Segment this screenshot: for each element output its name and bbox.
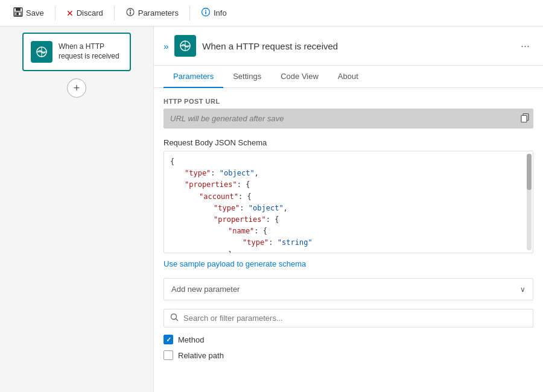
copy-url-button[interactable]	[520, 113, 530, 124]
schema-label: Request Body JSON Schema	[164, 138, 533, 147]
tab-parameters[interactable]: Parameters	[164, 66, 223, 88]
chevron-down-icon: ∨	[520, 285, 526, 294]
json-line: "type": "object",	[170, 168, 527, 179]
svg-rect-17	[521, 115, 527, 122]
action-icon-wrap	[174, 35, 196, 57]
scrollbar-thumb	[527, 154, 532, 190]
separator	[55, 6, 56, 21]
svg-point-8	[205, 10, 206, 11]
save-button[interactable]: Save	[7, 5, 50, 21]
search-filter	[164, 309, 533, 327]
json-line: "account": {	[170, 191, 527, 203]
action-title: When a HTTP request is received	[202, 41, 511, 51]
parameters-label: Parameters	[138, 8, 179, 17]
relative-path-label: Relative path	[178, 351, 224, 360]
more-icon: ···	[521, 40, 530, 52]
svg-point-5	[130, 10, 131, 11]
json-editor[interactable]: { "type": "object", "properties": { "acc…	[164, 151, 533, 253]
search-input[interactable]	[183, 314, 527, 323]
sample-payload-link[interactable]: Use sample payload to generate schema	[164, 259, 533, 268]
tab-about[interactable]: About	[328, 66, 368, 88]
save-icon	[13, 7, 23, 19]
discard-button[interactable]: ✕ Discard	[60, 6, 109, 21]
node-icon-wrap	[31, 41, 52, 63]
method-checkbox-row: Method	[164, 335, 533, 344]
json-line: {	[170, 156, 527, 168]
svg-rect-1	[16, 8, 21, 11]
copy-icon	[520, 114, 530, 124]
content-area: HTTP POST URL URL will be generated afte…	[154, 88, 543, 376]
info-label: Info	[214, 8, 227, 17]
svg-point-18	[171, 314, 177, 320]
relative-path-checkbox-row: Relative path	[164, 350, 533, 360]
json-line: "properties": {	[170, 214, 527, 226]
node-label: When a HTTP request is received	[59, 42, 122, 61]
expand-icon: »	[164, 41, 168, 51]
more-options-button[interactable]: ···	[517, 39, 533, 54]
add-parameter-dropdown[interactable]: Add new parameter ∨	[164, 278, 533, 300]
parameters-icon	[125, 7, 135, 19]
tab-code-view[interactable]: Code View	[271, 66, 328, 88]
svg-line-19	[176, 319, 179, 321]
tab-settings[interactable]: Settings	[223, 66, 271, 88]
svg-rect-9	[205, 11, 206, 14]
http-request-node[interactable]: When a HTTP request is received	[22, 33, 131, 71]
json-scrollbar[interactable]	[527, 154, 532, 250]
json-line: "properties": {	[170, 179, 527, 191]
left-panel: When a HTTP request is received +	[0, 27, 154, 392]
relative-path-checkbox[interactable]	[164, 350, 173, 360]
json-line: "type": "object",	[170, 203, 527, 214]
main-layout: When a HTTP request is received + » When…	[0, 27, 543, 392]
discard-label: Discard	[77, 8, 103, 17]
url-field-wrap: URL will be generated after save	[164, 109, 533, 128]
http-post-url-label: HTTP POST URL	[164, 98, 533, 105]
method-checkbox[interactable]	[164, 335, 173, 344]
parameters-button[interactable]: Parameters	[119, 5, 185, 21]
expand-button[interactable]: »	[164, 41, 168, 51]
add-step-button[interactable]: +	[67, 78, 86, 98]
json-line: "name": {	[170, 226, 527, 237]
action-header: » When a HTTP request is received ···	[154, 27, 543, 66]
save-label: Save	[26, 8, 44, 17]
separator2	[114, 6, 115, 21]
method-label: Method	[178, 335, 204, 344]
info-icon	[201, 7, 211, 19]
url-field: URL will be generated after save	[164, 109, 533, 128]
add-parameter-label: Add new parameter	[171, 285, 240, 294]
tabs-bar: Parameters Settings Code View About	[154, 66, 543, 88]
separator3	[189, 6, 190, 21]
discard-icon: ✕	[66, 8, 74, 18]
search-icon	[170, 313, 179, 323]
svg-rect-6	[130, 11, 131, 14]
json-line: },	[170, 249, 527, 254]
add-icon: +	[74, 82, 80, 95]
json-line: "type": "string"	[170, 237, 527, 248]
right-panel: » When a HTTP request is received ··· Pa…	[154, 27, 543, 392]
info-button[interactable]: Info	[195, 5, 233, 21]
svg-rect-3	[16, 13, 19, 15]
toolbar: Save ✕ Discard Parameters Info	[0, 0, 543, 27]
